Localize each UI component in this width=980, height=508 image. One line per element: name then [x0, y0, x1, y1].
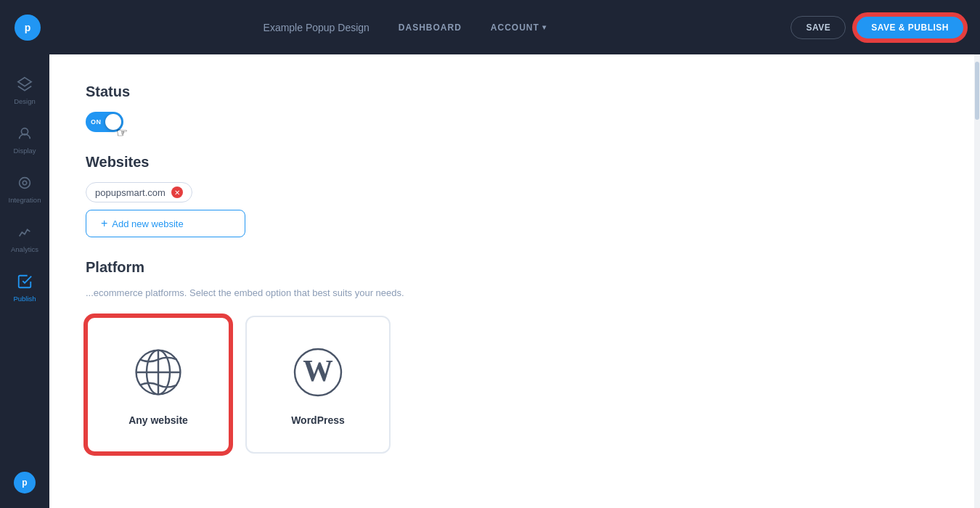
content-area: Status ON ☞ Websites popupsmart.com ✕ + … [49, 54, 974, 508]
sidebar-item-integration[interactable]: Integration [4, 168, 46, 211]
svg-marker-0 [18, 78, 31, 86]
display-icon [17, 126, 33, 144]
sidebar-item-analytics[interactable]: Analytics [4, 217, 46, 261]
platform-section: Platform ...ecommerce platforms. Select … [86, 259, 938, 454]
save-publish-button[interactable]: SAVE & PUBLISH [854, 15, 965, 41]
sidebar-label-integration: Integration [9, 196, 41, 204]
scrollbar-track[interactable] [974, 54, 980, 508]
chevron-down-icon: ▾ [542, 23, 547, 31]
tag-remove-button[interactable]: ✕ [171, 187, 183, 198]
platform-title: Platform [86, 259, 938, 276]
sidebar-bottom-logo[interactable]: p [14, 472, 36, 493]
svg-text:W: W [303, 354, 333, 388]
toggle-on-label: ON [91, 118, 102, 126]
globe-icon [129, 343, 187, 404]
save-button[interactable]: SAVE [791, 16, 846, 39]
platform-card-wordpress[interactable]: W WordPress [245, 316, 391, 454]
platform-desc: ...ecommerce platforms. Select the embed… [86, 287, 938, 298]
account-label: ACCOUNT [491, 22, 539, 33]
main-layout: Design Display Integration [0, 54, 980, 508]
add-website-button[interactable]: + Add new website [86, 210, 245, 237]
sidebar-label-display: Display [13, 147, 36, 155]
cursor-hand-icon: ☞ [116, 125, 128, 141]
tag-input-area: popupsmart.com ✕ [86, 182, 938, 202]
sidebar-label-analytics: Analytics [11, 245, 38, 253]
website-tag-text: popupsmart.com [95, 187, 166, 198]
status-title: Status [86, 83, 938, 100]
app-logo[interactable]: p [15, 15, 41, 41]
sidebar-item-display[interactable]: Display [4, 118, 46, 162]
navbar: p Example Popup Design DASHBOARD ACCOUNT… [0, 0, 980, 54]
scrollbar-thumb[interactable] [975, 62, 979, 120]
navbar-center: Example Popup Design DASHBOARD ACCOUNT ▾ [41, 22, 769, 33]
svg-point-2 [23, 181, 27, 185]
websites-title: Websites [86, 154, 938, 171]
website-tag: popupsmart.com ✕ [86, 182, 192, 202]
svg-point-3 [20, 178, 30, 189]
navbar-actions: SAVE SAVE & PUBLISH [791, 15, 965, 41]
websites-section: Websites popupsmart.com ✕ + Add new webs… [86, 154, 938, 237]
layers-icon [17, 76, 33, 94]
sidebar-item-design[interactable]: Design [4, 69, 46, 112]
platform-label-wordpress: WordPress [291, 414, 345, 426]
platform-cards: Any website W WordPress [86, 316, 938, 454]
project-name: Example Popup Design [264, 22, 369, 33]
platform-card-any-website[interactable]: Any website [86, 316, 231, 454]
publish-icon [17, 274, 33, 292]
sidebar-label-publish: Publish [13, 295, 36, 303]
dashboard-link[interactable]: DASHBOARD [399, 22, 462, 33]
account-menu[interactable]: ACCOUNT ▾ [491, 22, 547, 33]
sidebar-bottom: p [14, 472, 36, 493]
sidebar: Design Display Integration [0, 54, 49, 508]
add-website-label: Add new website [112, 218, 183, 229]
platform-label-any-website: Any website [128, 414, 188, 426]
integration-icon [17, 175, 33, 193]
toggle-container: ON ☞ [86, 112, 938, 132]
analytics-icon [17, 224, 33, 242]
sidebar-item-publish[interactable]: Publish [4, 266, 46, 310]
plus-icon: + [101, 217, 107, 230]
sidebar-label-design: Design [14, 97, 36, 105]
wordpress-icon: W [289, 343, 347, 404]
